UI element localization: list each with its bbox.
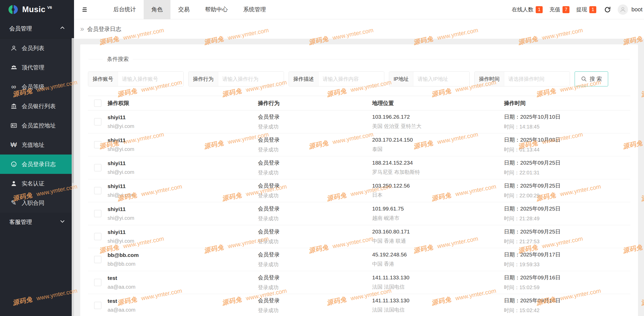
search-field: 操作描述	[289, 71, 384, 86]
sidebar-item[interactable]: 会员监控地址	[0, 116, 74, 135]
user-menu[interactable]: boot	[618, 4, 644, 15]
table-body: shiyi11shi@yi.com会员登录登录成功103.196.26.172美…	[88, 110, 630, 316]
action-result: 登录成功	[258, 169, 372, 176]
menu-toggle-icon[interactable]	[74, 6, 95, 13]
sidebar-item[interactable]: 顶代管理	[0, 58, 74, 77]
row-checkbox[interactable]	[94, 141, 101, 148]
row-checkbox[interactable]	[94, 164, 101, 171]
sidebar-item[interactable]: 会员登录日志	[0, 155, 74, 174]
row-checkbox[interactable]	[94, 256, 101, 263]
search-button[interactable]: 搜 索	[575, 71, 608, 86]
account-email: shi@yi.com	[108, 123, 258, 129]
sidebar-section-title[interactable]: 客服管理	[0, 213, 74, 232]
search-input[interactable]	[413, 72, 469, 86]
search-input[interactable]	[319, 72, 384, 86]
action-type: 会员登录	[258, 228, 372, 235]
cell-time: 日期：2025年09月25日时间：22:00:29	[504, 182, 630, 199]
table-row: shiyi11shi@yi.com会员登录登录成功203.160.80.171中…	[88, 225, 630, 248]
geo-location: 法国 法国电信	[372, 306, 504, 313]
user-outline-icon	[9, 45, 18, 51]
op-time-label: 时间：	[504, 124, 519, 129]
op-date-value: 2025年09月25日	[520, 229, 560, 234]
sidebar-item[interactable]: 实名认证	[0, 174, 74, 193]
sidebar-menu: 会员管理会员列表顶代管理∞会员等级会员银行列表会员监控地址₩充值地址会员登录日志…	[0, 19, 74, 232]
account-name: shiyi11	[108, 137, 258, 143]
sidebar-section-label: 客服管理	[9, 218, 32, 226]
cell-account: shiyi11shi@yi.com	[108, 137, 258, 152]
watermark: 源码兔www.ymter.com	[640, 78, 644, 99]
sidebar-item[interactable]: 会员银行列表	[0, 96, 74, 116]
action-result: 登录成功	[258, 284, 372, 291]
cell-geo: 203.160.80.171中国 香港 联通	[372, 229, 504, 245]
op-date: 日期：2025年09月16日	[504, 274, 630, 281]
search-input[interactable]	[218, 72, 284, 86]
sidebar-item[interactable]: ✎入职合同	[0, 193, 74, 213]
op-date: 日期：2025年09月17日	[504, 251, 630, 258]
cell-action: 会员登录登录成功	[258, 205, 372, 222]
table-row: shiyi11shi@yi.com会员登录登录成功188.214.152.234…	[88, 156, 630, 179]
row-checkbox[interactable]	[94, 233, 101, 240]
select-all-checkbox[interactable]	[94, 100, 101, 107]
action-type: 会员登录	[258, 182, 372, 189]
cell-time: 日期：2025年09月25日时间：22:01:31	[504, 159, 630, 176]
row-checkbox[interactable]	[94, 118, 101, 125]
op-date: 日期：2025年10月10日	[504, 113, 630, 120]
ip-address: 188.214.152.234	[372, 160, 504, 166]
sidebar-scrollbar-thumb[interactable]	[72, 39, 74, 183]
users-icon	[9, 64, 18, 71]
nav-tab[interactable]: 帮助中心	[197, 0, 235, 19]
geo-location: 中国 香港 联通	[372, 238, 504, 245]
row-checkbox[interactable]	[94, 279, 101, 286]
sidebar-scrollbar[interactable]	[72, 38, 74, 316]
stat-online-users[interactable]: 在线人数1	[512, 6, 543, 13]
search-field-label: 操作时间	[475, 72, 504, 86]
cell-time: 日期：2025年09月25日时间：21:28:49	[504, 205, 630, 222]
cell-account: shiyi11shi@yi.com	[108, 114, 258, 129]
sidebar: Music V6 会员管理会员列表顶代管理∞会员等级会员银行列表会员监控地址₩充…	[0, 0, 74, 316]
stat-recharge[interactable]: 充值7	[549, 6, 569, 13]
sidebar-item-label: 入职合同	[22, 199, 44, 207]
cell-action: 会员登录登录成功	[258, 136, 372, 153]
app-logo[interactable]: Music V6	[0, 0, 74, 19]
sidebar-item[interactable]: 会员列表	[0, 38, 74, 58]
geo-location: 日本	[372, 192, 504, 199]
nav-tab[interactable]: 后台统计	[105, 0, 144, 19]
op-time-value: 22:00:29	[519, 193, 540, 198]
breadcrumb-separator-icon: »	[80, 25, 84, 33]
stat-label: 充值	[549, 6, 560, 13]
row-checkbox[interactable]	[94, 210, 101, 217]
search-input[interactable]	[118, 72, 183, 86]
search-field-label: IP地址	[389, 72, 413, 86]
sidebar-section-title[interactable]: 会员管理	[0, 19, 74, 38]
op-time: 时间：01:13:44	[504, 146, 630, 153]
geo-location: 泰国	[372, 146, 504, 153]
action-type: 会员登录	[258, 159, 372, 166]
topbar: 后台统计角色交易帮助中心系统管理 在线人数1充值7提现1 boot	[74, 0, 644, 19]
geo-location: 越南 岘港市	[372, 215, 504, 222]
sidebar-item[interactable]: ∞会员等级	[0, 77, 74, 96]
op-time-value: 19:59:33	[519, 262, 540, 267]
stat-count-badge: 7	[563, 6, 569, 13]
stat-withdraw[interactable]: 提现1	[576, 6, 596, 13]
row-checkbox[interactable]	[94, 187, 101, 194]
ip-address: 103.250.122.56	[372, 183, 504, 189]
refresh-icon[interactable]	[604, 6, 611, 13]
sidebar-item[interactable]: ₩充值地址	[0, 135, 74, 155]
account-email: bb@bb.com	[108, 261, 258, 267]
search-legend: 条件搜索	[103, 55, 133, 63]
nav-tab[interactable]: 交易	[170, 0, 197, 19]
smiley-icon	[9, 161, 18, 167]
search-field: IP地址	[389, 71, 470, 86]
nav-tab[interactable]: 角色	[144, 0, 170, 19]
table-row: shiyi11shi@yi.com会员登录登录成功103.196.26.172美…	[88, 110, 630, 133]
op-time: 时间：15:02:42	[504, 307, 630, 314]
account-name: shiyi11	[108, 183, 258, 189]
cell-account: testaa@aa.com	[108, 298, 258, 313]
sidebar-item-label: 顶代管理	[22, 64, 44, 71]
nav-tab[interactable]: 系统管理	[235, 0, 274, 19]
op-date-value: 2025年09月17日	[520, 252, 560, 257]
account-email: shi@yi.com	[108, 215, 258, 221]
account-name: bb@bb.com	[108, 252, 258, 258]
search-input[interactable]	[504, 72, 570, 86]
row-checkbox[interactable]	[94, 302, 101, 309]
